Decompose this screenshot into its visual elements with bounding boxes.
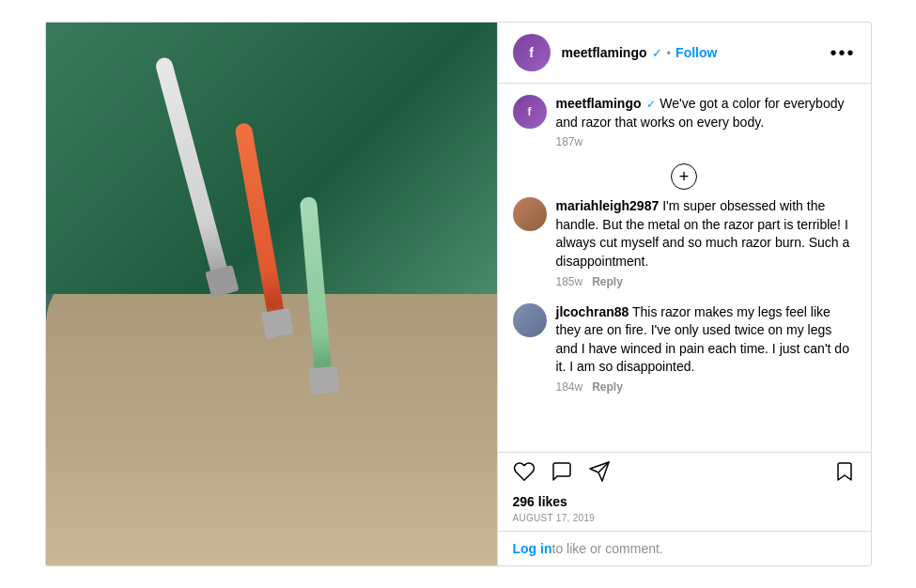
caption-time: 187w [556, 135, 583, 148]
follow-button[interactable]: Follow [675, 45, 717, 60]
comment-text-1: jlcochran88 This razor makes my legs fee… [556, 304, 849, 375]
caption-item: f meetflamingo ✓ We've got a color for e… [513, 95, 856, 148]
caption-avatar: f [513, 95, 547, 129]
header-username[interactable]: meetflamingo [562, 45, 647, 60]
action-bar: 296 likes August 17, 2019 [498, 452, 871, 531]
expand-icon-container[interactable]: + [513, 163, 856, 190]
share-icon[interactable] [588, 460, 611, 488]
comment-meta-0: 185w Reply [556, 275, 856, 288]
comment-avatar-1 [513, 303, 547, 337]
add-comment-suffix: to like or comment. [552, 541, 663, 556]
likes-count: 296 likes [513, 494, 856, 509]
caption-text: meetflamingo ✓ We've got a color for eve… [556, 96, 845, 130]
bookmark-icon[interactable] [833, 460, 856, 488]
reply-button-0[interactable]: Reply [592, 275, 623, 288]
comments-area: f meetflamingo ✓ We've got a color for e… [498, 84, 871, 452]
comment-time-0: 185w [556, 275, 583, 288]
post-date: August 17, 2019 [513, 513, 856, 523]
comment-time-1: 184w [556, 380, 583, 394]
more-options-button[interactable]: ••• [830, 42, 855, 64]
like-icon[interactable] [513, 460, 536, 488]
caption-avatar-letter: f [528, 105, 532, 118]
caption-meta: 187w [556, 135, 856, 148]
dot-separator: • [667, 46, 672, 60]
comment-content-1: jlcochran88 This razor makes my legs fee… [556, 303, 856, 394]
comment-icon[interactable] [551, 460, 573, 488]
avatar-letter: f [529, 45, 534, 60]
comment-username-1[interactable]: jlcochran88 [556, 304, 629, 319]
action-icons-row [513, 460, 856, 488]
verified-caption: ✓ [646, 98, 656, 111]
post-image [46, 23, 497, 565]
image-placeholder [46, 23, 497, 565]
verified-icon: ✓ [652, 46, 662, 60]
log-in-link[interactable]: Log in [513, 541, 552, 556]
post-header: f meetflamingo ✓ • Follow ••• [498, 23, 871, 84]
header-username-area: meetflamingo ✓ • Follow [562, 45, 831, 60]
comment-meta-1: 184w Reply [556, 380, 856, 394]
post-right-panel: f meetflamingo ✓ • Follow ••• f [497, 23, 871, 565]
comment-content-0: mariahleigh2987 I'm super obsessed with … [556, 197, 856, 287]
avatar: f [513, 34, 551, 71]
reply-button-1[interactable]: Reply [592, 380, 623, 394]
post-container: f meetflamingo ✓ • Follow ••• f [45, 22, 872, 566]
caption-content: meetflamingo ✓ We've got a color for eve… [556, 95, 856, 148]
header-username-row: meetflamingo ✓ • Follow [562, 45, 831, 60]
add-comment-row: Log in to like or comment. [498, 531, 871, 565]
expand-button[interactable]: + [671, 163, 697, 190]
comment-avatar-0 [513, 197, 547, 231]
plus-icon: + [679, 167, 690, 187]
caption-username[interactable]: meetflamingo [556, 96, 642, 111]
comment-text-0: mariahleigh2987 I'm super obsessed with … [556, 198, 850, 269]
comment-item-1: jlcochran88 This razor makes my legs fee… [513, 303, 856, 394]
comment-username-0[interactable]: mariahleigh2987 [556, 198, 660, 213]
comment-item-0: mariahleigh2987 I'm super obsessed with … [513, 197, 856, 287]
